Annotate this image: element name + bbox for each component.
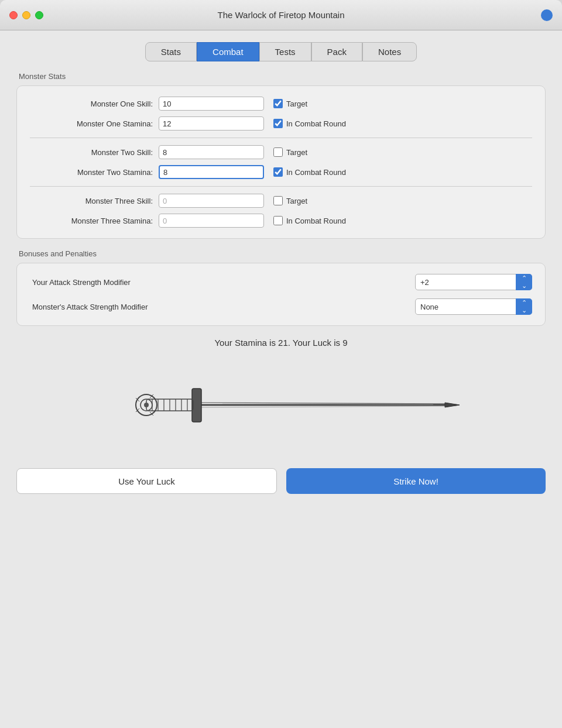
monster-three-incombat-label: In Combat Round bbox=[286, 217, 346, 225]
window-title: The Warlock of Firetop Mountain bbox=[217, 10, 344, 20]
monster-one-skill-group: Monster One Skill: Target bbox=[30, 97, 532, 111]
stamina-luck-text: Your Stamina is 21. Your Luck is 9 bbox=[214, 338, 347, 348]
tab-pack[interactable]: Pack bbox=[311, 42, 362, 61]
maximize-button[interactable] bbox=[35, 11, 43, 19]
monster-one-skill-label: Monster One Skill: bbox=[30, 99, 153, 108]
monster-three-target-checkbox[interactable] bbox=[273, 196, 283, 205]
monster-one-target-group: Target bbox=[273, 99, 307, 108]
monster-one-stamina-label: Monster One Stamina: bbox=[30, 119, 153, 128]
monster-stats-label: Monster Stats bbox=[16, 72, 546, 81]
monster-modifier-row: Monster's Attack Strength Modifier +4 +3… bbox=[30, 298, 532, 315]
monster-two-skill-group: Monster Two Skill: Target bbox=[30, 145, 532, 159]
sword-illustration bbox=[94, 357, 468, 451]
monster-three-target-group: Target bbox=[273, 196, 307, 205]
traffic-lights bbox=[9, 11, 43, 19]
minimize-button[interactable] bbox=[22, 11, 30, 19]
svg-point-14 bbox=[144, 403, 149, 407]
tabs-bar: Stats Combat Tests Pack Notes bbox=[16, 42, 546, 61]
monster-three-incombat-group: In Combat Round bbox=[273, 216, 346, 225]
monster-two-target-label: Target bbox=[286, 148, 307, 157]
monster-two-target-group: Target bbox=[273, 147, 307, 157]
attack-modifier-select[interactable]: +4 +3 +2 +1 None -1 -2 -3 -4 bbox=[415, 274, 532, 290]
monster-one-target-label: Target bbox=[286, 99, 307, 108]
monster-three-stamina-group: Monster Three Stamina: In Combat Round bbox=[30, 214, 532, 228]
tab-combat[interactable]: Combat bbox=[197, 42, 259, 61]
monster-three-incombat-checkbox[interactable] bbox=[273, 216, 283, 225]
monster-two-incombat-label: In Combat Round bbox=[286, 168, 346, 177]
monster-one-stamina-input[interactable] bbox=[159, 116, 264, 131]
strike-button[interactable]: Strike Now! bbox=[286, 468, 546, 494]
tab-tests[interactable]: Tests bbox=[259, 42, 311, 61]
tab-stats[interactable]: Stats bbox=[145, 42, 197, 61]
monster-three-target-label: Target bbox=[286, 197, 307, 205]
bonuses-card: Your Attack Strength Modifier +4 +3 +2 +… bbox=[16, 263, 546, 326]
tab-notes[interactable]: Notes bbox=[362, 42, 417, 61]
monster-three-skill-label: Monster Three Skill: bbox=[30, 197, 153, 205]
monster-two-stamina-label: Monster Two Stamina: bbox=[30, 168, 153, 177]
bottom-area: Your Stamina is 21. Your Luck is 9 bbox=[16, 338, 546, 494]
monster-two-stamina-group: Monster Two Stamina: In Combat Round bbox=[30, 165, 532, 179]
svg-line-1 bbox=[199, 403, 451, 404]
monster-two-incombat-group: In Combat Round bbox=[273, 167, 346, 177]
monster-two-target-checkbox[interactable] bbox=[273, 147, 283, 157]
divider-1 bbox=[30, 138, 532, 138]
titlebar: The Warlock of Firetop Mountain bbox=[0, 0, 562, 30]
monster-two-skill-label: Monster Two Skill: bbox=[30, 148, 153, 157]
monster-three-stamina-input[interactable] bbox=[159, 214, 264, 228]
monster-three-stamina-label: Monster Three Stamina: bbox=[30, 217, 153, 225]
monster-three-skill-input[interactable] bbox=[159, 194, 264, 208]
action-buttons: Use Your Luck Strike Now! bbox=[16, 468, 546, 494]
monster-modifier-select[interactable]: +4 +3 +2 +1 None -1 -2 -3 -4 bbox=[415, 298, 532, 315]
monster-one-incombat-checkbox[interactable] bbox=[273, 119, 283, 128]
attack-modifier-select-wrapper: +4 +3 +2 +1 None -1 -2 -3 -4 ⌃⌄ bbox=[415, 274, 532, 290]
monster-two-incombat-checkbox[interactable] bbox=[273, 167, 283, 177]
monster-three-skill-group: Monster Three Skill: Target bbox=[30, 194, 532, 208]
monster-one-skill-input[interactable] bbox=[159, 97, 264, 111]
toolbar-right-button[interactable] bbox=[541, 9, 553, 21]
monster-modifier-label: Monster's Attack Strength Modifier bbox=[30, 303, 415, 311]
attack-modifier-label: Your Attack Strength Modifier bbox=[30, 278, 415, 287]
main-content: Stats Combat Tests Pack Notes Monster St… bbox=[0, 30, 562, 728]
svg-line-2 bbox=[199, 406, 445, 407]
monster-two-stamina-input[interactable] bbox=[159, 165, 264, 179]
monster-one-incombat-label: In Combat Round bbox=[286, 119, 346, 128]
close-button[interactable] bbox=[9, 11, 18, 19]
monster-two-skill-input[interactable] bbox=[159, 145, 264, 159]
monster-stats-card: Monster One Skill: Target Monster One St… bbox=[16, 85, 546, 239]
monster-one-stamina-group: Monster One Stamina: In Combat Round bbox=[30, 116, 532, 131]
luck-button[interactable]: Use Your Luck bbox=[16, 468, 277, 494]
monster-one-incombat-group: In Combat Round bbox=[273, 119, 346, 128]
divider-2 bbox=[30, 186, 532, 187]
monster-modifier-select-wrapper: +4 +3 +2 +1 None -1 -2 -3 -4 ⌃⌄ bbox=[415, 298, 532, 315]
attack-modifier-row: Your Attack Strength Modifier +4 +3 +2 +… bbox=[30, 274, 532, 290]
monster-one-target-checkbox[interactable] bbox=[273, 99, 283, 108]
bonuses-label: Bonuses and Penalties bbox=[16, 249, 546, 258]
